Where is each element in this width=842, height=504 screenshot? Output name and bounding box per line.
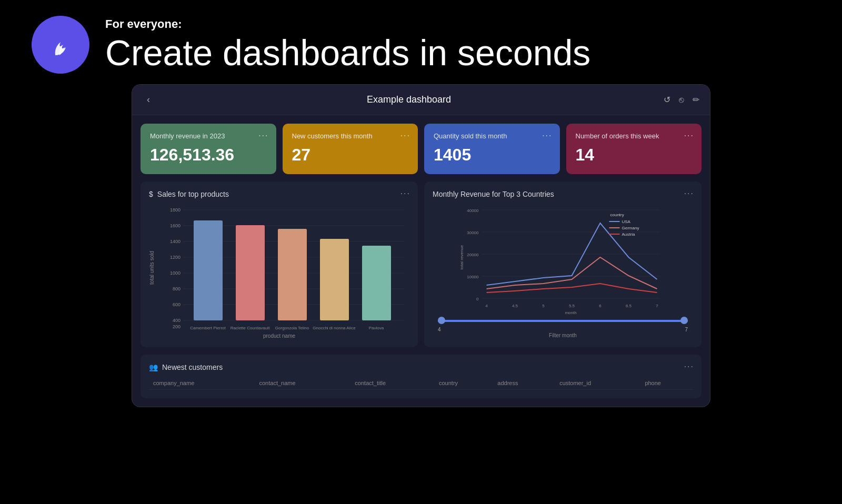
- col-phone: phone: [640, 377, 693, 390]
- svg-text:6: 6: [599, 304, 602, 308]
- svg-text:6.5: 6.5: [626, 304, 632, 308]
- svg-text:10000: 10000: [467, 275, 479, 279]
- svg-text:Gorgonzola Telino: Gorgonzola Telino: [275, 326, 309, 330]
- metric-card-quantity: ··· Quantity sold this month 1405: [424, 124, 560, 174]
- line-chart-title: Monthly Revenue for Top 3 Countries: [433, 190, 693, 198]
- slider-max-label: 7: [685, 327, 688, 332]
- col-address: address: [493, 377, 555, 390]
- hero-section: For everyone: Create dashboards in secon…: [0, 0, 842, 84]
- metrics-row: ··· Monthly revenue in 2023 126,513.36 ·…: [141, 124, 701, 174]
- dashboard-actions: ↺ ⎋ ✏: [664, 95, 699, 105]
- customers-table-menu[interactable]: ···: [684, 362, 694, 371]
- metric-revenue-value: 126,513.36: [150, 145, 267, 165]
- col-company-name: company_name: [149, 377, 255, 390]
- slider-left-thumb[interactable]: [438, 317, 445, 324]
- svg-text:Pavlova: Pavlova: [369, 326, 384, 330]
- dashboard: ‹ Example dashboard ↺ ⎋ ✏ ··· Monthly re…: [132, 84, 710, 407]
- svg-text:5: 5: [542, 304, 545, 308]
- metric-card-customers: ··· New customers this month 27: [283, 124, 418, 174]
- svg-text:800: 800: [173, 286, 181, 291]
- col-contact-name: contact_name: [255, 377, 350, 390]
- svg-text:USA: USA: [622, 219, 631, 224]
- line-chart-menu[interactable]: ···: [684, 189, 694, 198]
- dashboard-title: Example dashboard: [367, 94, 451, 105]
- bar-4: [362, 246, 391, 320]
- line-austria: [487, 284, 657, 293]
- line-germany: [487, 257, 657, 289]
- svg-text:0: 0: [476, 297, 479, 301]
- line-chart-card: Monthly Revenue for Top 3 Countries ··· …: [424, 182, 701, 347]
- hero-text: For everyone: Create dashboards in secon…: [105, 17, 590, 73]
- svg-text:4.5: 4.5: [512, 304, 518, 308]
- metric-customers-value: 27: [292, 145, 409, 165]
- svg-text:Raclette Courdavault: Raclette Courdavault: [230, 326, 270, 330]
- svg-text:30000: 30000: [467, 230, 479, 235]
- bar-chart-card: $ Sales for top products ··· total units…: [141, 182, 418, 347]
- svg-text:Austria: Austria: [622, 232, 635, 237]
- share-icon[interactable]: ⎋: [679, 95, 684, 105]
- hero-subtitle: For everyone:: [105, 17, 590, 31]
- customers-table-title: 👥 Newest customers: [149, 363, 693, 371]
- svg-text:1000: 1000: [170, 270, 181, 276]
- svg-text:1600: 1600: [170, 223, 181, 228]
- svg-text:7: 7: [656, 304, 658, 308]
- bar-chart-svg: 1800 1600 1400 1200 1000 800 600 400 200…: [157, 205, 409, 331]
- dashboard-header: ‹ Example dashboard ↺ ⎋ ✏: [132, 85, 710, 115]
- svg-text:1200: 1200: [170, 255, 181, 260]
- filter-month-area: 4 7 Filter month: [433, 317, 693, 338]
- svg-text:month: month: [565, 310, 576, 315]
- bar-chart-y-label: total units sold: [149, 251, 155, 285]
- line-chart-svg: 0 10000 20000 30000 40000 4 4.5 5 5.5 6 …: [433, 205, 693, 315]
- svg-text:Germany: Germany: [622, 226, 639, 230]
- metric-card-orders: ··· Number of orders this week 14: [566, 124, 702, 174]
- metric-card-revenue: ··· Monthly revenue in 2023 126,513.36: [141, 124, 276, 174]
- bar-2: [278, 229, 307, 320]
- logo: [32, 16, 89, 74]
- charts-row: $ Sales for top products ··· total units…: [141, 182, 701, 347]
- metric-revenue-menu[interactable]: ···: [258, 131, 268, 140]
- svg-text:1400: 1400: [170, 239, 181, 244]
- svg-text:Camembert Pierrot: Camembert Pierrot: [190, 326, 226, 330]
- bar-3: [320, 239, 349, 320]
- edit-icon[interactable]: ✏: [693, 95, 699, 105]
- metric-quantity-value: 1405: [434, 145, 550, 165]
- hero-title: Create dashboards in seconds: [105, 33, 590, 73]
- metric-orders-menu[interactable]: ···: [684, 131, 694, 140]
- back-button[interactable]: ‹: [143, 92, 154, 107]
- slider-min-label: 4: [438, 327, 441, 332]
- svg-text:Gnocchi di nonna Alice: Gnocchi di nonna Alice: [313, 326, 356, 330]
- col-contact-title: contact_title: [350, 377, 435, 390]
- svg-text:20000: 20000: [467, 253, 479, 257]
- svg-text:600: 600: [173, 302, 181, 307]
- metric-orders-value: 14: [576, 145, 693, 165]
- svg-text:total revenue: total revenue: [459, 245, 464, 269]
- refresh-icon[interactable]: ↺: [664, 95, 670, 105]
- metric-quantity-label: Quantity sold this month: [434, 132, 550, 140]
- metric-revenue-label: Monthly revenue in 2023: [150, 132, 267, 140]
- svg-text:4: 4: [485, 304, 488, 308]
- svg-text:40000: 40000: [467, 208, 479, 213]
- svg-text:200: 200: [173, 324, 181, 329]
- metric-customers-label: New customers this month: [292, 132, 409, 140]
- col-country: country: [435, 377, 493, 390]
- svg-text:1800: 1800: [170, 207, 181, 213]
- dashboard-body: ··· Monthly revenue in 2023 126,513.36 ·…: [132, 115, 710, 407]
- slider-right-thumb[interactable]: [680, 317, 688, 324]
- filter-label: Filter month: [438, 332, 688, 338]
- svg-text:400: 400: [173, 318, 181, 323]
- metric-orders-label: Number of orders this week: [576, 132, 693, 140]
- col-customer-id: customer_id: [555, 377, 640, 390]
- customers-icon: 👥: [149, 363, 158, 371]
- bar-1: [236, 225, 265, 320]
- bar-0: [194, 220, 223, 320]
- svg-text:5.5: 5.5: [569, 304, 575, 308]
- bar-chart-title: $ Sales for top products: [149, 190, 409, 198]
- svg-text:country: country: [610, 213, 624, 217]
- metric-quantity-menu[interactable]: ···: [542, 131, 552, 140]
- customers-table-card: 👥 Newest customers ··· company_name cont…: [141, 355, 701, 398]
- dollar-icon: $: [149, 190, 153, 198]
- customers-table: company_name contact_name contact_title …: [149, 377, 693, 390]
- bar-chart-x-label: product name: [149, 333, 409, 339]
- bar-chart-menu[interactable]: ···: [400, 189, 410, 198]
- metric-customers-menu[interactable]: ···: [400, 131, 410, 140]
